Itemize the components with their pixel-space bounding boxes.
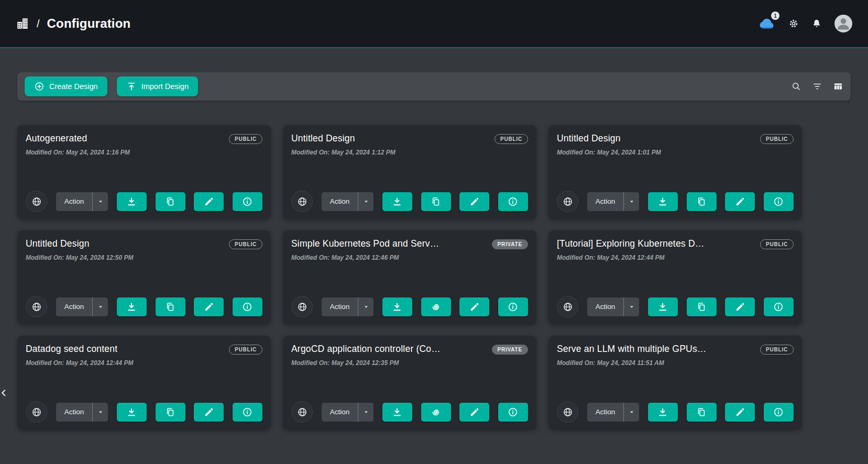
info-button[interactable]	[764, 192, 794, 211]
action-button[interactable]: Action	[587, 192, 624, 211]
edit-icon	[204, 407, 214, 417]
duplicate-button[interactable]	[687, 192, 717, 211]
visibility-badge: PUBLIC	[229, 134, 262, 144]
action-dropdown-button[interactable]	[92, 192, 108, 211]
notifications-button[interactable]	[811, 18, 822, 29]
action-button[interactable]: Action	[322, 403, 358, 422]
download-button[interactable]	[648, 297, 678, 316]
action-split-button: Action	[56, 192, 108, 211]
action-dropdown-button[interactable]	[623, 192, 639, 211]
settings-button[interactable]	[788, 18, 799, 29]
breadcrumb-separator: /	[37, 18, 40, 30]
info-button[interactable]	[233, 192, 262, 211]
cloud-provider-button[interactable]: 1	[758, 15, 776, 32]
download-button[interactable]	[648, 192, 678, 211]
download-button[interactable]	[117, 192, 147, 211]
action-button[interactable]: Action	[587, 403, 624, 422]
visibility-globe-button[interactable]	[557, 296, 578, 317]
filter-button[interactable]	[812, 81, 822, 92]
search-icon	[791, 81, 801, 92]
edit-button[interactable]	[725, 403, 755, 422]
edit-icon	[204, 302, 214, 312]
visibility-globe-button[interactable]	[557, 191, 578, 212]
action-dropdown-button[interactable]	[358, 403, 373, 422]
table-view-button[interactable]	[833, 81, 843, 92]
info-button[interactable]	[764, 403, 794, 422]
action-dropdown-button[interactable]	[358, 192, 373, 211]
info-button[interactable]	[233, 297, 262, 316]
modified-on: Modified On: May 24, 2024 12:50 PM	[26, 254, 262, 261]
info-button[interactable]	[233, 403, 262, 422]
edit-icon	[469, 407, 480, 417]
action-dropdown-button[interactable]	[92, 297, 108, 316]
visibility-globe-button[interactable]	[291, 401, 313, 423]
user-avatar[interactable]	[834, 15, 852, 32]
info-button[interactable]	[498, 297, 528, 316]
table-view-icon	[833, 81, 843, 92]
info-icon	[773, 302, 784, 312]
design-card: Simple Kubernetes Pod and Serv… PRIVATE …	[283, 230, 536, 325]
toolbar-right-icons	[791, 81, 843, 92]
duplicate-button[interactable]	[687, 297, 717, 316]
download-icon	[657, 407, 668, 417]
duplicate-button[interactable]	[421, 403, 451, 422]
action-dropdown-button[interactable]	[358, 297, 373, 316]
action-button[interactable]: Action	[56, 403, 93, 422]
info-button[interactable]	[498, 192, 528, 211]
duplicate-button[interactable]	[421, 192, 451, 211]
download-button[interactable]	[382, 297, 412, 316]
download-icon	[657, 196, 668, 207]
action-button[interactable]: Action	[56, 192, 93, 211]
copy-icon	[696, 196, 707, 207]
duplicate-button[interactable]	[156, 297, 185, 316]
design-card: Untitled Design PUBLIC Modified On: May …	[283, 125, 536, 219]
action-dropdown-button[interactable]	[623, 403, 639, 422]
visibility-globe-button[interactable]	[557, 401, 578, 423]
info-button[interactable]	[498, 403, 528, 422]
visibility-badge: PRIVATE	[492, 239, 528, 249]
import-design-label: Import Design	[141, 82, 189, 91]
download-button[interactable]	[117, 297, 147, 316]
import-design-button[interactable]: Import Design	[117, 76, 198, 96]
duplicate-button[interactable]	[687, 403, 717, 422]
action-button[interactable]: Action	[322, 192, 358, 211]
download-button[interactable]	[382, 192, 412, 211]
sidebar-collapse-chevron[interactable]: ‹	[1, 384, 6, 400]
copy-icon	[431, 196, 441, 207]
edit-button[interactable]	[459, 192, 489, 211]
edit-button[interactable]	[194, 403, 224, 422]
download-button[interactable]	[117, 403, 147, 422]
action-dropdown-button[interactable]	[92, 403, 108, 422]
action-button[interactable]: Action	[587, 297, 624, 316]
duplicate-button[interactable]	[156, 192, 185, 211]
design-card: ArgoCD application controller (Co… PRIVA…	[283, 336, 536, 430]
edit-icon	[735, 407, 745, 417]
edit-button[interactable]	[194, 192, 224, 211]
search-button[interactable]	[791, 81, 801, 92]
action-dropdown-button[interactable]	[623, 297, 639, 316]
copy-icon	[165, 302, 175, 312]
designs-toolbar: Create Design Import Design	[17, 72, 851, 101]
visibility-globe-button[interactable]	[291, 191, 313, 212]
edit-button[interactable]	[459, 403, 489, 422]
action-button[interactable]: Action	[56, 297, 93, 316]
download-button[interactable]	[382, 403, 412, 422]
edit-button[interactable]	[194, 297, 224, 316]
download-button[interactable]	[648, 403, 678, 422]
action-button[interactable]: Action	[322, 297, 358, 316]
create-design-button[interactable]: Create Design	[25, 76, 107, 96]
visibility-globe-button[interactable]	[291, 296, 313, 317]
edit-button[interactable]	[459, 297, 489, 316]
card-action-row: Action	[557, 296, 794, 317]
edit-button[interactable]	[725, 192, 755, 211]
info-icon	[508, 407, 518, 417]
info-button[interactable]	[764, 297, 794, 316]
visibility-globe-button[interactable]	[26, 191, 47, 212]
duplicate-button[interactable]	[421, 297, 451, 316]
visibility-globe-button[interactable]	[26, 296, 47, 317]
globe-icon	[563, 302, 573, 312]
visibility-globe-button[interactable]	[26, 401, 47, 423]
duplicate-button[interactable]	[156, 403, 185, 422]
filter-icon	[812, 81, 822, 92]
edit-button[interactable]	[725, 297, 755, 316]
